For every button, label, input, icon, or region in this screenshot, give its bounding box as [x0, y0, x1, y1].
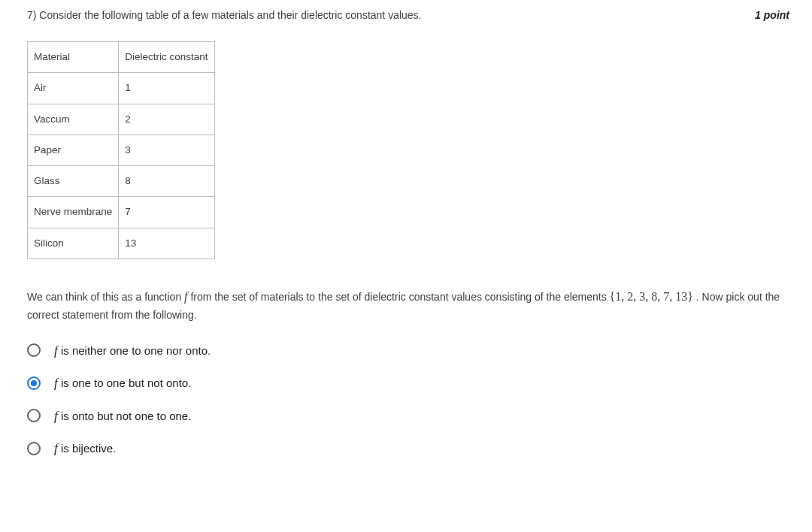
explanation-text: We can think of this as a function f fro…: [27, 286, 789, 325]
table-row: Silicon 13: [28, 228, 215, 258]
question-header: 7) Consider the following table of a few…: [27, 8, 789, 23]
option-2-text: is one to one but not onto.: [58, 376, 192, 389]
explanation-mid: from the set of materials to the set of …: [188, 291, 610, 303]
table-cell-value: 2: [119, 104, 214, 135]
table-cell-value: 1: [119, 73, 214, 104]
question-text-body: Consider the following table of a few ma…: [39, 9, 421, 21]
table-cell-material: Paper: [28, 135, 119, 165]
table-row: Glass 8: [28, 166, 215, 197]
table-header-constant: Dielectric constant: [119, 42, 214, 73]
table-cell-material: Glass: [28, 166, 119, 197]
table-header-material: Material: [28, 42, 119, 73]
table-cell-material: Silicon: [28, 228, 119, 258]
table-row: Vaccum 2: [28, 104, 215, 135]
explanation-pre: We can think of this as a function: [27, 291, 184, 303]
table-cell-material: Nerve membrane: [28, 197, 119, 228]
options-group: f is neither one to one nor onto. f is o…: [27, 341, 789, 458]
table-row: Paper 3: [28, 135, 215, 165]
option-4[interactable]: f is bijective.: [27, 439, 789, 458]
question-number: 7): [27, 9, 36, 21]
table-cell-value: 3: [119, 135, 214, 165]
option-4-text: is bijective.: [58, 442, 117, 455]
table-cell-value: 13: [119, 228, 214, 258]
option-1-label: f is neither one to one nor onto.: [54, 341, 211, 361]
table-cell-value: 7: [119, 197, 214, 228]
option-3-text: is onto but not one to one.: [58, 410, 192, 422]
question-prompt: 7) Consider the following table of a few…: [27, 8, 755, 23]
option-2[interactable]: f is one to one but not onto.: [27, 373, 789, 393]
radio-option-3[interactable]: [27, 409, 41, 422]
option-1-text: is neither one to one nor onto.: [58, 344, 211, 357]
set-notation: {1, 2, 3, 8, 7, 13}: [610, 290, 693, 303]
table-cell-material: Vaccum: [28, 104, 119, 135]
option-3-label: f is onto but not one to one.: [54, 407, 191, 426]
table-cell-value: 8: [119, 166, 214, 197]
option-1[interactable]: f is neither one to one nor onto.: [27, 341, 789, 361]
table-cell-material: Air: [28, 73, 119, 104]
radio-option-2[interactable]: [27, 376, 41, 390]
table-row: Air 1: [28, 73, 215, 104]
radio-option-1[interactable]: [27, 343, 41, 357]
radio-option-4[interactable]: [27, 442, 41, 455]
table-row: Nerve membrane 7: [28, 197, 215, 228]
option-3[interactable]: f is onto but not one to one.: [27, 407, 789, 426]
materials-table: Material Dielectric constant Air 1 Vaccu…: [27, 41, 215, 259]
table-header-row: Material Dielectric constant: [28, 42, 215, 73]
question-points: 1 point: [755, 8, 789, 23]
option-2-label: f is one to one but not onto.: [54, 373, 191, 393]
option-4-label: f is bijective.: [54, 439, 116, 458]
